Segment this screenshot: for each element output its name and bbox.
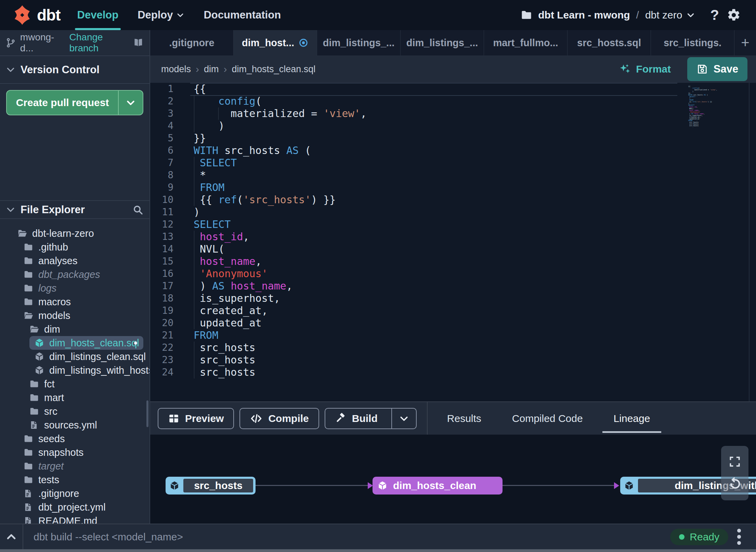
lineage-edge [503, 485, 614, 486]
new-tab-button[interactable]: + [734, 30, 756, 55]
tree-item-label: dim_listings_clean.sql [49, 351, 146, 362]
format-button[interactable]: Format [619, 63, 671, 75]
breadcrumb-item[interactable]: models [161, 64, 191, 75]
line-number: 13 [150, 231, 190, 243]
tree-item-dim-listings-clean-sql[interactable]: dim_listings_clean.sql [0, 350, 149, 363]
refresh-icon[interactable] [728, 477, 742, 491]
file-tab-dim-listings-[interactable]: dim_listings_... [401, 30, 484, 55]
save-button[interactable]: Save [687, 57, 747, 81]
code-text: created_at, [190, 305, 268, 317]
cube-icon [624, 480, 634, 491]
code-line-6: 6WITH src_hosts AS ( [150, 144, 756, 157]
panel-tab-lineage[interactable]: Lineage [598, 402, 666, 435]
tree-item-dbt-packages[interactable]: dbt_packages [0, 268, 149, 281]
breadcrumb-item[interactable]: dim [204, 64, 219, 75]
tree-item-readme-md[interactable]: README.md [0, 514, 149, 524]
nav-develop[interactable]: Develop [72, 0, 124, 30]
panel-tab-results[interactable]: Results [432, 402, 497, 435]
sidebar-scrollbar[interactable] [146, 400, 148, 427]
file-tab-mart-fullmo-[interactable]: mart_fullmo... [484, 30, 568, 55]
tree-item-fct[interactable]: fct [0, 377, 149, 391]
code-line-11: 11) [150, 206, 756, 218]
tree-item-src[interactable]: src [0, 405, 149, 418]
version-control-title: Version Control [21, 64, 100, 76]
code-line-8: 8 * [150, 169, 756, 181]
line-number: 12 [150, 218, 190, 231]
tree-item--github[interactable]: .github [0, 240, 149, 254]
search-icon[interactable] [132, 204, 143, 215]
compile-button[interactable]: Compile [239, 408, 319, 429]
collapse-command-bar-button[interactable] [0, 524, 23, 549]
file-tab--gitignore[interactable]: .gitignore [150, 30, 234, 55]
tree-item-dim[interactable]: dim [0, 322, 149, 336]
help-icon[interactable]: ? [710, 7, 719, 23]
tree-item-tests[interactable]: tests [0, 473, 149, 487]
topnav-right: dbt Learn - mwong / dbt zero ? [520, 7, 756, 23]
tree-item-analyses[interactable]: analyses [0, 254, 149, 268]
environment-selector[interactable]: dbt zero [645, 9, 695, 21]
tree-item-mart[interactable]: mart [0, 391, 149, 405]
git-branch-icon [5, 37, 16, 49]
build-dropdown[interactable] [391, 409, 416, 428]
nav-documentation[interactable]: Documentation [198, 0, 286, 30]
lineage-node-dim-hosts-clean[interactable]: dim_hosts_clean [373, 477, 503, 495]
lineage-node-src-hosts[interactable]: src_hosts [166, 477, 256, 495]
file-tab-label: dim_listings_... [406, 37, 478, 49]
file-tab-label: .gitignore [169, 37, 214, 49]
editor-minimap[interactable]: {{ config( materialized = 'view', )}}WIT… [688, 86, 746, 127]
tree-item-sources-yml[interactable]: sources.yml [0, 418, 149, 432]
docs-book-icon[interactable] [133, 37, 144, 49]
editor-toolbar: models›dim›dim_hosts_clean.sql Format Sa… [150, 55, 756, 83]
create-pull-request-button[interactable]: Create pull request [6, 90, 143, 115]
lineage-node-label: dim_hosts_clean [393, 480, 476, 491]
tree-item-label: snapshots [38, 447, 83, 458]
code-line-19: 19 created_at, [150, 305, 756, 317]
folder-icon [23, 297, 34, 307]
file-icon [23, 516, 34, 524]
lineage-canvas[interactable]: src_hostsdim_hosts_cleandim_listings_wit… [150, 435, 756, 524]
tree-item-dbt-learn-zero[interactable]: dbt-learn-zero [0, 227, 149, 240]
tree-item-seeds[interactable]: seeds [0, 432, 149, 446]
branch-row: mwong-d... Change branch [0, 30, 149, 55]
fullscreen-icon[interactable] [728, 455, 741, 468]
line-number: 11 [150, 206, 190, 218]
panel-tab-compiled-code[interactable]: Compiled Code [497, 402, 598, 435]
tree-item-macros[interactable]: macros [0, 295, 149, 309]
dbt-logo[interactable]: dbt [12, 5, 61, 25]
project-selector[interactable]: dbt Learn - mwong / dbt zero [520, 9, 695, 21]
breadcrumb-item[interactable]: dim_hosts_clean.sql [232, 64, 316, 75]
version-control-header[interactable]: Version Control [0, 55, 149, 84]
code-editor[interactable]: 1{{2 config(3 materialized = 'view',4 )5… [150, 83, 756, 401]
kebab-menu-icon[interactable] [737, 529, 741, 545]
tree-item-models[interactable]: models [0, 309, 149, 322]
preview-button[interactable]: Preview [158, 408, 234, 429]
tree-item-dim-hosts-clean-sql[interactable]: dim_hosts_clean.sql [0, 336, 149, 350]
file-explorer-header[interactable]: File Explorer [0, 200, 149, 219]
file-tab-src-hosts-sql[interactable]: src_hosts.sql [568, 30, 651, 55]
tree-item-dim-listings-with-hosts-[interactable]: dim_listings_with_hosts... [0, 363, 149, 377]
code-line-2: 2 config( [150, 95, 756, 107]
file-tab-src-listings-[interactable]: src_listings. [651, 30, 734, 55]
change-branch-link[interactable]: Change branch [69, 32, 129, 54]
build-button[interactable]: Build [325, 408, 417, 429]
code-line-21: 21FROM [150, 329, 756, 342]
lineage-node-label: src_hosts [183, 479, 253, 492]
tree-item--gitignore[interactable]: .gitignore [0, 487, 149, 500]
gear-icon[interactable] [727, 8, 741, 22]
tree-item-snapshots[interactable]: snapshots [0, 446, 149, 459]
create-pull-request-dropdown[interactable] [118, 91, 143, 115]
tree-item-dbt-project-yml[interactable]: dbt_project.yml [0, 500, 149, 514]
tree-item-logs[interactable]: logs [0, 281, 149, 295]
code-lines: 1{{2 config(3 materialized = 'view',4 )5… [150, 83, 756, 378]
command-input[interactable]: dbt build --select <model_name> [34, 531, 183, 543]
file-tab-dim-listings-[interactable]: dim_listings_... [317, 30, 401, 55]
tree-item-label: dim_listings_with_hosts... [49, 365, 149, 376]
code-line-16: 16 'Anonymous' [150, 268, 756, 280]
code-line-24: 24 src_hosts [150, 366, 756, 378]
file-tab-dim-host-[interactable]: dim_host... [234, 30, 317, 55]
dbt-cloud-ide: dbt Develop Deploy Documentation dbt Lea… [0, 0, 756, 552]
chevron-down-icon [126, 98, 136, 108]
code-text: host_id, [190, 231, 249, 243]
nav-deploy[interactable]: Deploy [132, 0, 190, 30]
tree-item-target[interactable]: target [0, 459, 149, 473]
